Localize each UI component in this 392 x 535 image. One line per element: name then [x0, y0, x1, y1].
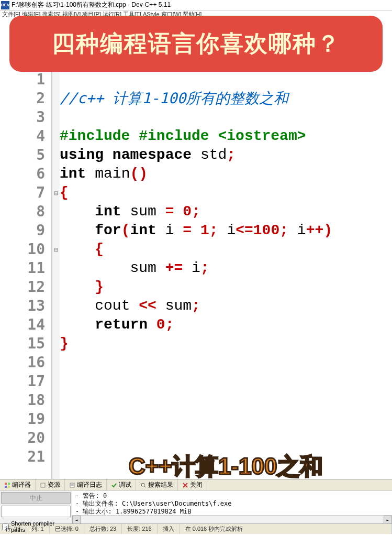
svg-rect-1	[8, 483, 10, 485]
status-total: 总行数: 23	[84, 524, 122, 534]
headline-text: 四种编程语言你喜欢哪种？	[20, 28, 372, 59]
log-icon	[69, 482, 75, 488]
line-num: 6	[0, 165, 51, 183]
line-num: 13	[0, 297, 51, 315]
output-line: - 警告: 0	[75, 492, 389, 500]
line-num: 7	[0, 183, 51, 202]
svg-rect-0	[5, 483, 7, 485]
search-icon	[140, 482, 147, 488]
svg-line-9	[144, 486, 145, 487]
line-num: 5	[0, 146, 51, 165]
line-num: 8	[0, 202, 51, 221]
svg-rect-4	[41, 483, 45, 487]
svg-rect-3	[8, 486, 10, 488]
line-num: 11	[0, 259, 51, 278]
compile-controls: 中止 Shorten compiler paths	[0, 491, 72, 523]
svg-rect-2	[5, 486, 7, 488]
bottom-panel: 编译器 资源 编译日志 调试 搜索结果 关闭 中止 Shorten compil…	[0, 479, 392, 523]
line-num: 19	[0, 410, 51, 429]
line-number-gutter: 1 2 3 4 5 6 7 8 9 10 11 12 13 14 15 16 1…	[0, 18, 52, 479]
output-line: - 输出大小: 1.89962577819824 MiB	[75, 508, 389, 516]
close-icon	[182, 482, 188, 488]
horizontal-scrollbar[interactable]: ◄ ►	[72, 515, 392, 523]
status-col: 列: 1	[26, 524, 49, 534]
tab-search[interactable]: 搜索结果	[136, 479, 178, 490]
tab-debug[interactable]: 调试	[107, 479, 136, 490]
caption-overlay: C++计算1-100之和	[129, 457, 323, 476]
output-tabs: 编译器 资源 编译日志 调试 搜索结果 关闭	[0, 479, 392, 491]
line-num: 15	[0, 334, 51, 353]
line-num: 18	[0, 391, 51, 410]
statusbar: 行: 23 列: 1 已选择: 0 总行数: 23 长度: 216 插入 在 0…	[0, 523, 392, 534]
line-num: 17	[0, 372, 51, 391]
line-num: 2	[0, 89, 51, 108]
line-num: 12	[0, 278, 51, 297]
tab-close[interactable]: 关闭	[178, 479, 207, 490]
window-title: F:\哆哆创客-练习\1-100所有整数之和.cpp - Dev-C++ 5.1…	[12, 1, 171, 9]
code-editor[interactable]: //c++ 计算1-100所有的整数之和 #include #include <…	[60, 18, 392, 479]
compile-output[interactable]: - 警告: 0 - 输出文件名: C:\Users\user\Documents…	[72, 491, 392, 523]
output-line: - 输出文件名: C:\Users\user\Documents\f.exe	[75, 500, 389, 508]
tab-resource[interactable]: 资源	[36, 479, 65, 490]
status-ins: 插入	[158, 524, 180, 534]
line-num: 21	[0, 447, 51, 466]
grid-icon	[4, 482, 10, 488]
headline-banner: 四种编程语言你喜欢哪种？	[9, 16, 383, 72]
check-icon	[111, 482, 117, 488]
line-num: 9	[0, 221, 51, 240]
line-num: 16	[0, 353, 51, 372]
abort-button[interactable]: 中止	[1, 492, 71, 504]
line-num: 10	[0, 240, 51, 259]
status-parse: 在 0.016 秒内完成解析	[180, 524, 392, 534]
status-sel: 已选择: 0	[50, 524, 84, 534]
app-icon: DEV	[1, 1, 9, 9]
tab-compiler[interactable]: 编译器	[0, 479, 36, 490]
line-num: 3	[0, 108, 51, 127]
line-num: 20	[0, 429, 51, 447]
status-line: 行: 23	[0, 524, 26, 534]
tab-log[interactable]: 编译日志	[65, 479, 107, 490]
line-num: 4	[0, 127, 51, 146]
scroll-right-icon[interactable]: ►	[384, 516, 392, 524]
fold-toggle-icon[interactable]: ⊟	[52, 240, 60, 259]
scroll-left-icon[interactable]: ◄	[72, 516, 81, 524]
progress-bar	[1, 506, 71, 517]
editor-area: 1 2 3 4 5 6 7 8 9 10 11 12 13 14 15 16 1…	[0, 18, 392, 479]
code-comment: //c++ 计算1-100所有的整数之和	[60, 90, 288, 107]
fold-column: ⊟ ⊟	[52, 18, 60, 479]
window-titlebar: DEV F:\哆哆创客-练习\1-100所有整数之和.cpp - Dev-C++…	[0, 0, 392, 10]
status-len: 长度: 216	[122, 524, 157, 534]
resource-icon	[40, 482, 46, 488]
fold-toggle-icon[interactable]: ⊟	[52, 183, 60, 202]
line-num: 14	[0, 315, 51, 334]
line-num: 1	[0, 70, 51, 89]
